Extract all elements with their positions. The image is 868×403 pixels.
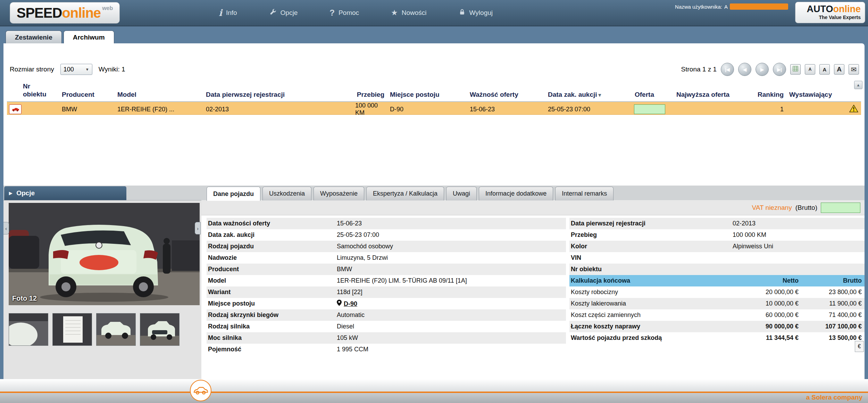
cell-model: 1ER-REIHE (F20) ... xyxy=(115,106,203,113)
tab-archiwum[interactable]: Archiwum xyxy=(64,31,114,44)
tab-ekspertyza-kalkulacja[interactable]: Ekspertyza / Kalkulacja xyxy=(366,187,444,200)
photo-counter-label: Foto 12 xyxy=(12,294,37,302)
warning-icon xyxy=(849,104,858,114)
calc-row: Koszty robocizny20 000,00 €23 800,00 € xyxy=(569,286,865,298)
autoonline-logo: AUTOonline The Value Experts xyxy=(795,2,865,23)
detail-row: VIN xyxy=(569,252,865,264)
footer-top-band xyxy=(0,379,868,392)
thumbnail-1[interactable] xyxy=(9,313,48,346)
detail-row: Pojemność1 995 CCM xyxy=(207,344,566,355)
page-info: Strona 1 z 1 xyxy=(681,66,717,73)
tab-dane-pojazdu[interactable]: Dane pojazdu xyxy=(207,187,260,201)
vat-bar: VAT nieznany (Brutto) xyxy=(201,200,865,215)
detail-row: Model1ER-REIHE (F20) LIM. 5-TÜRIG AB 09/… xyxy=(207,275,566,286)
logo-web-text: web xyxy=(102,5,113,11)
col-waznosc-oferty[interactable]: Ważność oferty xyxy=(467,91,545,101)
photo-prev-button[interactable]: ‹ xyxy=(3,222,9,234)
nav-info-label: Info xyxy=(226,9,237,17)
nav-opcje-label: Opcje xyxy=(281,9,298,17)
tab-uwagi[interactable]: Uwagi xyxy=(446,187,477,200)
detail-tabs: Dane pojazdu Uszkodzenia Wyposażenie Eks… xyxy=(207,187,614,200)
vehicle-photo[interactable]: Foto 12 xyxy=(9,203,200,305)
brand-tagline: The Value Experts xyxy=(800,15,861,20)
thumbnail-2[interactable] xyxy=(52,313,92,346)
results-toolbar: Rozmiar strony 100 ▼ Wyniki: 1 Strona 1 … xyxy=(10,62,859,76)
last-page-button[interactable]: ▶| xyxy=(773,63,786,76)
username-label: Nazwa użytkownika: xyxy=(675,4,722,10)
tab-zestawienie[interactable]: Zestawienie xyxy=(6,31,62,44)
main-tabs: Zestawienie Archiwum xyxy=(6,31,114,44)
result-row-selected[interactable]: BMW 1ER-REIHE (F20) ... 02-2013 100 000 … xyxy=(7,102,861,115)
thumbnail-4[interactable] xyxy=(140,313,180,346)
pagination-group: Strona 1 z 1 |◀ ◀ ▶ ▶| A A A ✉ xyxy=(681,63,859,76)
cell-object-icon xyxy=(7,104,59,114)
tab-internal-remarks[interactable]: Internal remarks xyxy=(555,187,614,200)
nav-opcje[interactable]: Opcje xyxy=(269,8,298,17)
top-bar: SPEEDonlineweb i Info Opcje ? Pomoc ★ No… xyxy=(0,0,868,26)
details-right-column: Data pierwszej rejestracji02-2013 Przebi… xyxy=(569,218,865,344)
col-miejsce-postoju[interactable]: Miejsce postoju xyxy=(387,91,467,101)
detail-row: Nr obiektu xyxy=(569,264,865,275)
username-line: Nazwa użytkownika: A xyxy=(675,3,788,10)
col-ranking[interactable]: Ranking xyxy=(750,91,786,101)
cell-data-zak-aukcji: 25-05-23 07:00 xyxy=(545,106,632,113)
cell-waznosc-oferty: 15-06-23 xyxy=(467,106,545,113)
detail-row: Data zak. aukcji25-05-23 07:00 xyxy=(207,229,566,241)
vat-suffix-label: (Brutto) xyxy=(795,204,817,212)
first-page-button[interactable]: |◀ xyxy=(721,63,734,76)
calc-row: Koszty lakierowania10 000,00 €11 900,00 … xyxy=(569,298,865,309)
cell-miejsce-postoju: D-90 xyxy=(387,106,467,113)
col-rejestracja[interactable]: Data pierwszej rejestracji xyxy=(203,91,352,101)
col-producent[interactable]: Producent xyxy=(59,91,115,101)
cell-przebieg: 100 000 KM xyxy=(352,102,387,117)
nav-nowosci[interactable]: ★ Nowości xyxy=(391,9,427,17)
photo-next-button[interactable]: › xyxy=(195,222,201,234)
username-redaction xyxy=(730,3,788,10)
prev-page-button[interactable]: ◀ xyxy=(738,63,751,76)
tab-uszkodzenia[interactable]: Uszkodzenia xyxy=(262,187,311,200)
footer-gray-band xyxy=(0,393,868,403)
tab-wyposazenie[interactable]: Wyposażenie xyxy=(314,187,364,200)
col-data-zak-aukcji[interactable]: Data zak. aukcji▾ xyxy=(545,91,632,101)
export-grid-button[interactable] xyxy=(790,64,801,75)
nav-info[interactable]: i Info xyxy=(219,8,237,17)
detail-row: NadwozieLimuzyna, 5 Drzwi xyxy=(207,252,566,264)
currency-selector-cutoff[interactable]: € xyxy=(855,341,864,352)
col-nr-obiektu[interactable]: Nr obiektu xyxy=(7,83,59,101)
page-size-label: Rozmiar strony xyxy=(10,66,54,73)
font-size-large-button[interactable]: A xyxy=(834,64,844,75)
location-link[interactable]: D-90 xyxy=(344,300,357,307)
detail-row: ProducentBMW xyxy=(207,264,566,275)
col-oferta[interactable]: Oferta xyxy=(632,91,674,101)
thumbnail-3[interactable] xyxy=(96,313,136,346)
cell-oferta xyxy=(632,104,674,114)
options-panel-title: Opcje xyxy=(16,189,35,197)
help-icon: ? xyxy=(329,9,335,17)
next-page-button[interactable]: ▶ xyxy=(756,63,769,76)
nav-pomoc-label: Pomoc xyxy=(339,9,359,17)
options-panel-header[interactable]: ▶ Opcje xyxy=(4,186,126,200)
mail-export-button[interactable]: ✉ xyxy=(849,64,859,75)
speedonline-logo: SPEEDonlineweb xyxy=(10,2,120,24)
logo-speed-text: SPEED xyxy=(17,5,62,21)
lock-icon xyxy=(459,8,466,17)
col-najwyzsza-oferta[interactable]: Najwyższa oferta xyxy=(674,91,750,101)
font-size-small-button[interactable]: A xyxy=(805,64,815,75)
photo-thumbnails xyxy=(9,313,180,346)
spreadsheet-icon xyxy=(793,66,798,73)
netto-header: Netto xyxy=(733,277,799,284)
nav-wyloguj[interactable]: Wyloguj xyxy=(459,8,493,17)
page-size-select[interactable]: 100 ▼ xyxy=(60,64,92,75)
info-icon: i xyxy=(219,8,222,17)
results-table: Nr obiektu Producent Model Data pierwsze… xyxy=(7,80,861,115)
detail-row: Wariant118d [22] xyxy=(207,286,566,298)
logo-online-text: online xyxy=(62,5,101,21)
col-model[interactable]: Model xyxy=(115,91,203,101)
calc-row: Koszt części zamiennych60 000,00 €71 400… xyxy=(569,309,865,321)
col-wystawiajacy[interactable]: Wystawiający xyxy=(786,91,861,101)
font-size-medium-button[interactable]: A xyxy=(819,64,830,75)
col-przebieg[interactable]: Przebieg xyxy=(352,91,387,101)
nav-pomoc[interactable]: ? Pomoc xyxy=(329,9,359,17)
tab-informacje-dodatkowe[interactable]: Informacje dodatkowe xyxy=(479,187,553,200)
cell-producent: BMW xyxy=(59,106,115,113)
